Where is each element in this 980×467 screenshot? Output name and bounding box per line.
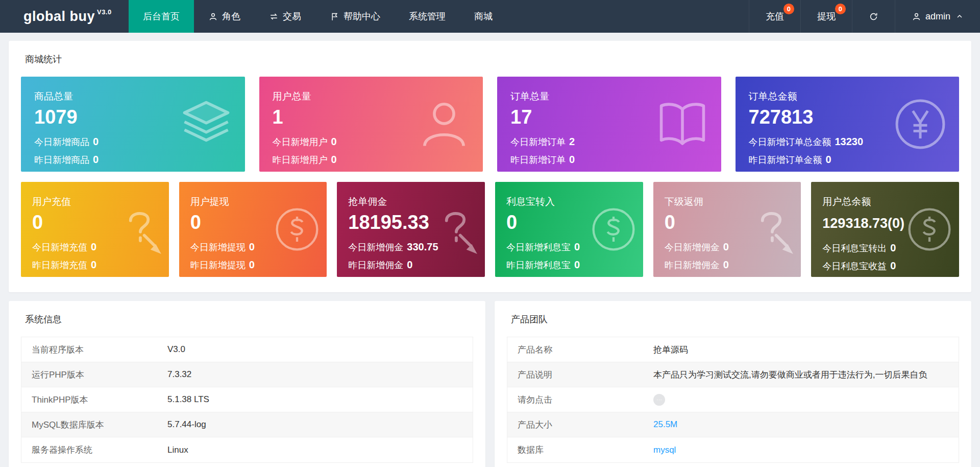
nav-item-system-label: 系统管理 <box>409 10 446 22</box>
stat-line-value: 0 <box>890 260 896 271</box>
stat-card-interest-transfer-in: 利息宝转入 0 今日新增利息宝0 昨日新增利息宝0 <box>495 182 643 277</box>
withdraw-button[interactable]: 提现 0 <box>800 0 852 33</box>
database-link[interactable]: mysql <box>653 445 676 455</box>
stat-line-value: 0 <box>569 154 575 165</box>
app-logo: global buy V3.0 <box>0 0 129 33</box>
stat-line: 昨日新增商品0 <box>34 151 232 169</box>
row-label: 产品名称 <box>507 338 651 362</box>
row-label: 数据库 <box>507 438 651 462</box>
stat-line-value: 0 <box>91 259 96 270</box>
stat-card-user-withdraw: 用户提现 0 今日新增提现0 昨日新增提现0 <box>179 182 327 277</box>
stat-value: 0 <box>190 212 316 233</box>
nav-item-system[interactable]: 系统管理 <box>395 0 460 33</box>
stat-line: 今日新增用户0 <box>273 133 470 151</box>
refresh-button[interactable] <box>852 0 895 33</box>
row-value: 7.3.32 <box>165 363 473 386</box>
stat-line-label: 昨日新增订单金额 <box>749 155 822 165</box>
stat-card-user-recharge: 用户充值 0 今日新增充值0 昨日新增充值0 <box>21 182 169 277</box>
stat-line: 昨日新增订单0 <box>510 151 708 169</box>
stat-title: 下级返佣 <box>665 195 790 208</box>
stat-line-label: 昨日新增佣金 <box>348 260 403 270</box>
nav-item-mall[interactable]: 商城 <box>460 0 507 33</box>
stat-line-label: 昨日新增商品 <box>34 155 89 165</box>
stat-line: 今日新增订单2 <box>510 133 708 151</box>
stat-title: 用户充值 <box>32 195 158 208</box>
stat-card-users-total: 用户总量 1 今日新增用户0 昨日新增用户0 <box>259 77 483 172</box>
product-size-link[interactable]: 25.5M <box>653 419 677 429</box>
nav-item-roles[interactable]: 角色 <box>194 0 255 33</box>
stat-line-value: 0 <box>826 154 831 165</box>
top-navbar: global buy V3.0 后台首页 角色 交易 帮助中心 系统管理 <box>0 0 980 33</box>
stat-line: 昨日新增用户0 <box>273 151 470 169</box>
stat-title: 抢单佣金 <box>348 195 474 208</box>
stat-line: 今日利息宝收益0 <box>822 257 948 275</box>
stat-card-goods-total: 商品总量 1079 今日新增商品0 昨日新增商品0 <box>21 77 245 172</box>
stat-card-grab-commission: 抢单佣金 18195.33 今日新增佣金330.75 昨日新增佣金0 <box>337 182 485 277</box>
nav-item-home-label: 后台首页 <box>143 10 180 22</box>
row-label: 产品大小 <box>507 413 651 437</box>
flag-icon <box>330 12 339 21</box>
table-row: 产品说明 本产品只为学习测试交流,请勿要做商业或者用于违法行为,一切后果自负 <box>507 362 959 387</box>
table-row: 服务器操作系统 Linux <box>21 437 473 462</box>
stats-row-1: 商品总量 1079 今日新增商品0 昨日新增商品0 用户总量 1 今日新增用户0 <box>21 77 959 172</box>
stat-line: 昨日新增提现0 <box>190 256 316 274</box>
stat-value: 727813 <box>749 107 946 128</box>
stat-line-label: 今日利息宝收益 <box>822 261 887 271</box>
row-value: ··· <box>651 388 959 412</box>
stat-line-value: 0 <box>723 241 729 252</box>
table-row: 请勿点击 ··· <box>507 387 959 412</box>
page-content: 商城统计 商品总量 1079 今日新增商品0 昨日新增商品0 用户总量 1 <box>0 33 980 467</box>
row-label: 服务器操作系统 <box>21 438 165 462</box>
row-value: 5.7.44-log <box>165 413 473 436</box>
username: admin <box>925 11 950 22</box>
do-not-click-icon[interactable]: ··· <box>653 394 665 406</box>
row-label: MySQL数据库版本 <box>21 413 165 437</box>
stat-line-label: 今日新增佣金 <box>348 242 403 252</box>
stat-line: 昨日新增利息宝0 <box>506 256 632 274</box>
row-label: 当前程序版本 <box>21 338 165 362</box>
stat-card-order-amount-total: 订单总金额 727813 今日新增订单总金额13230 昨日新增订单金额0 <box>736 77 960 172</box>
recharge-badge: 0 <box>783 4 794 14</box>
stat-card-sub-commission: 下级返佣 0 今日新增佣金0 昨日新增佣金0 <box>653 182 801 277</box>
stat-line-label: 今日新增利息宝 <box>506 242 571 252</box>
product-team-title: 产品团队 <box>507 312 959 337</box>
stat-line-value: 0 <box>723 259 729 270</box>
withdraw-badge: 0 <box>835 4 846 14</box>
table-row: ThinkPHP版本 5.1.38 LTS <box>21 387 473 412</box>
stat-line-value: 0 <box>249 259 255 270</box>
stat-value: 0 <box>665 212 790 233</box>
nav-item-roles-label: 角色 <box>222 10 240 22</box>
stat-line-label: 今日新增用户 <box>273 137 328 147</box>
product-team-panel: 产品团队 产品名称 抢单源码 产品说明 本产品只为学习测试交流,请勿要做商业或者… <box>495 301 971 467</box>
chevron-up-icon <box>955 12 964 20</box>
stat-line-value: 0 <box>407 259 412 270</box>
stat-line-label: 今日新增充值 <box>32 242 87 252</box>
row-label: 运行PHP版本 <box>21 363 165 387</box>
recharge-button[interactable]: 充值 0 <box>749 0 800 33</box>
stat-line-label: 今日新增佣金 <box>665 242 720 252</box>
row-value: 抢单源码 <box>651 338 959 362</box>
row-value: V3.0 <box>165 338 473 361</box>
system-info-table: 当前程序版本 V3.0 运行PHP版本 7.3.32 ThinkPHP版本 5.… <box>21 337 473 463</box>
stat-line: 今日新增佣金330.75 <box>348 238 474 256</box>
nav-item-help-center[interactable]: 帮助中心 <box>315 0 395 33</box>
nav-item-trade[interactable]: 交易 <box>255 0 315 33</box>
stat-line-value: 0 <box>331 154 337 165</box>
row-label: ThinkPHP版本 <box>21 388 165 412</box>
user-menu[interactable]: admin <box>895 0 980 33</box>
stat-title: 订单总量 <box>510 90 708 103</box>
stat-title: 订单总金额 <box>749 90 946 103</box>
nav-item-trade-label: 交易 <box>283 10 301 22</box>
system-info-title: 系统信息 <box>21 312 473 337</box>
stat-line-label: 今日新增订单 <box>510 137 566 147</box>
stat-title: 利息宝转入 <box>506 195 632 208</box>
person-icon <box>208 12 218 21</box>
stat-value: 0 <box>506 212 632 233</box>
stat-line-label: 昨日新增利息宝 <box>506 260 571 270</box>
table-row: 数据库 mysql <box>507 437 959 462</box>
stat-line-value: 0 <box>93 154 99 165</box>
stat-line: 昨日新增佣金0 <box>665 256 790 274</box>
person-icon <box>912 12 921 21</box>
nav-item-home[interactable]: 后台首页 <box>129 0 194 33</box>
stats-row-2: 用户充值 0 今日新增充值0 昨日新增充值0 用户提现 0 今日新增提现0 <box>21 182 959 277</box>
